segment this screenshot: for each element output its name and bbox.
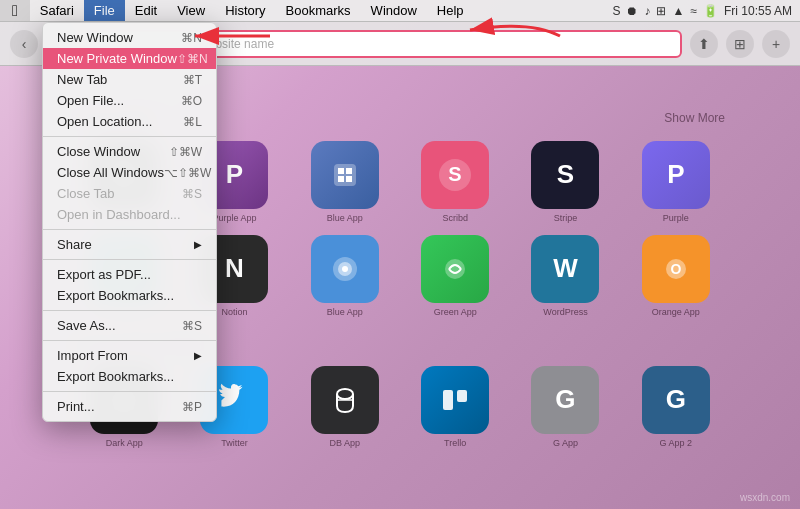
menubar-file[interactable]: File [84, 0, 125, 21]
menu-export-bookmarks2[interactable]: Export Bookmarks... [43, 366, 216, 387]
menu-print-label: Print... [57, 399, 95, 414]
menu-export-bookmarks2-label: Export Bookmarks... [57, 369, 174, 384]
menu-close-window[interactable]: Close Window ⇧⌘W [43, 141, 216, 162]
menu-new-private-shortcut: ⇧⌘N [177, 52, 208, 66]
freq-label-3: Trello [444, 438, 466, 448]
menu-new-private-window[interactable]: New Private Window ⇧⌘N [43, 48, 216, 69]
menu-close-all-windows-shortcut: ⌥⇧⌘W [164, 166, 211, 180]
menu-sep-1 [43, 136, 216, 137]
back-button[interactable]: ‹ [10, 30, 38, 58]
freq-label-4: G App [553, 438, 578, 448]
svg-rect-2 [346, 168, 352, 174]
menubar-window[interactable]: Window [361, 0, 427, 21]
menu-close-tab: Close Tab ⌘S [43, 183, 216, 204]
freq-icon-2 [311, 366, 379, 434]
menu-save-as-shortcut: ⌘S [182, 319, 202, 333]
menubar-safari[interactable]: Safari [30, 0, 84, 21]
apple-menu[interactable]:  [0, 0, 30, 21]
menu-share[interactable]: Share ▶ [43, 234, 216, 255]
menubar-edit[interactable]: Edit [125, 0, 167, 21]
menu-open-location-label: Open Location... [57, 114, 152, 129]
menu-save-as-label: Save As... [57, 318, 116, 333]
fav-item-9[interactable]: Green App [406, 235, 504, 317]
fav-icon-4: S [531, 141, 599, 209]
svg-text:O: O [670, 261, 681, 277]
svg-point-15 [337, 389, 353, 399]
fav-svg-3: S [437, 157, 473, 193]
fav-item-4[interactable]: S Stripe [516, 141, 614, 223]
menu-icon-grid: ⊞ [656, 4, 666, 18]
menu-clock: Fri 10:55 AM [724, 4, 792, 18]
fav-label-10: WordPress [543, 307, 587, 317]
fav-icon-10: W [531, 235, 599, 303]
menu-new-tab[interactable]: New Tab ⌘T [43, 69, 216, 90]
new-tab-button[interactable]: + [762, 30, 790, 58]
freq-label-1: Twitter [221, 438, 248, 448]
menu-export-pdf-label: Export as PDF... [57, 267, 151, 282]
fav-svg-11: O [658, 251, 694, 287]
svg-rect-18 [457, 390, 467, 402]
menu-sep-3 [43, 259, 216, 260]
svg-point-9 [342, 266, 348, 272]
menu-export-bookmarks-label: Export Bookmarks... [57, 288, 174, 303]
svg-rect-0 [334, 164, 356, 186]
fav-svg-2 [330, 160, 360, 190]
menubar-history[interactable]: History [215, 0, 275, 21]
fav-item-10[interactable]: W WordPress [516, 235, 614, 317]
fav-icon-3: S [421, 141, 489, 209]
fav-label-8: Blue App [327, 307, 363, 317]
menu-open-file[interactable]: Open File... ⌘O [43, 90, 216, 111]
svg-rect-3 [338, 176, 344, 182]
menu-sep-6 [43, 391, 216, 392]
file-dropdown-menu: New Window ⌘N New Private Window ⇧⌘N New… [42, 22, 217, 422]
fav-item-2[interactable]: Blue App [296, 141, 394, 223]
watermark: wsxdn.com [740, 492, 790, 503]
menu-open-dashboard: Open in Dashboard... [43, 204, 216, 225]
menu-open-file-shortcut: ⌘O [181, 94, 202, 108]
fav-label-7: Notion [221, 307, 247, 317]
freq-item-5[interactable]: G G App 2 [627, 366, 725, 448]
menu-import-arrow: ▶ [194, 350, 202, 361]
menu-new-window[interactable]: New Window ⌘N [43, 27, 216, 48]
menu-icon-record: ⏺ [626, 4, 638, 18]
freq-item-2[interactable]: DB App [296, 366, 394, 448]
menubar-view[interactable]: View [167, 0, 215, 21]
freq-label-5: G App 2 [660, 438, 693, 448]
freq-item-3[interactable]: Trello [406, 366, 504, 448]
freq-svg-2 [327, 382, 363, 418]
menubar-help[interactable]: Help [427, 0, 474, 21]
menu-import-from[interactable]: Import From ▶ [43, 345, 216, 366]
fav-label-4: Stripe [554, 213, 578, 223]
menu-close-all-windows[interactable]: Close All Windows ⌥⇧⌘W [43, 162, 216, 183]
fav-label-5: Purple [663, 213, 689, 223]
svg-text:S: S [448, 163, 461, 185]
menu-save-as[interactable]: Save As... ⌘S [43, 315, 216, 336]
show-more-link[interactable]: Show More [664, 111, 725, 125]
share-button[interactable]: ⬆ [690, 30, 718, 58]
fav-item-8[interactable]: Blue App [296, 235, 394, 317]
menu-open-location[interactable]: Open Location... ⌘L [43, 111, 216, 132]
fav-item-5[interactable]: P Purple [627, 141, 725, 223]
menubar:  Safari File Edit View History Bookmark… [0, 0, 800, 22]
freq-item-4[interactable]: G G App [516, 366, 614, 448]
menu-icon-s: S [612, 4, 620, 18]
menu-open-file-label: Open File... [57, 93, 124, 108]
menu-import-from-label: Import From [57, 348, 128, 363]
fav-item-3[interactable]: S Scribd [406, 141, 504, 223]
menu-export-bookmarks[interactable]: Export Bookmarks... [43, 285, 216, 306]
fav-icon-9 [421, 235, 489, 303]
menu-sep-2 [43, 229, 216, 230]
menubar-bookmarks[interactable]: Bookmarks [276, 0, 361, 21]
menu-export-pdf[interactable]: Export as PDF... [43, 264, 216, 285]
menu-icon-wifi: ≈ [690, 4, 697, 18]
fav-item-11[interactable]: O Orange App [627, 235, 725, 317]
freq-label-2: DB App [330, 438, 361, 448]
tabs-button[interactable]: ⊞ [726, 30, 754, 58]
menu-open-location-shortcut: ⌘L [183, 115, 202, 129]
menu-new-private-label: New Private Window [57, 51, 177, 66]
fav-label-9: Green App [434, 307, 477, 317]
menu-new-tab-label: New Tab [57, 72, 107, 87]
menu-print[interactable]: Print... ⌘P [43, 396, 216, 417]
svg-rect-4 [346, 176, 352, 182]
fav-icon-5: P [642, 141, 710, 209]
